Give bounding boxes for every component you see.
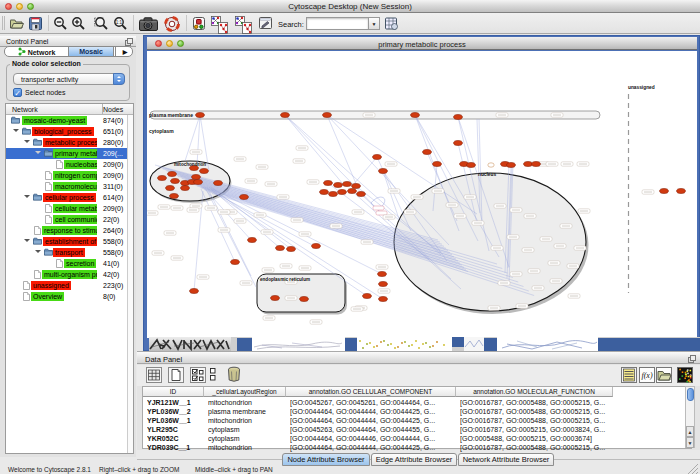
svg-text:endoplasmic reticulum: endoplasmic reticulum — [260, 277, 310, 282]
svg-text:unassigned: unassigned — [628, 85, 655, 90]
svg-text:1:1: 1:1 — [116, 20, 123, 25]
svg-text:mitochondrion: mitochondrion — [174, 162, 206, 167]
svg-text:plasma membrane: plasma membrane — [149, 112, 193, 118]
svg-text:nucleus: nucleus — [478, 172, 496, 177]
svg-text:cytoplasm: cytoplasm — [149, 128, 174, 134]
svg-text:f(x): f(x) — [641, 371, 652, 380]
